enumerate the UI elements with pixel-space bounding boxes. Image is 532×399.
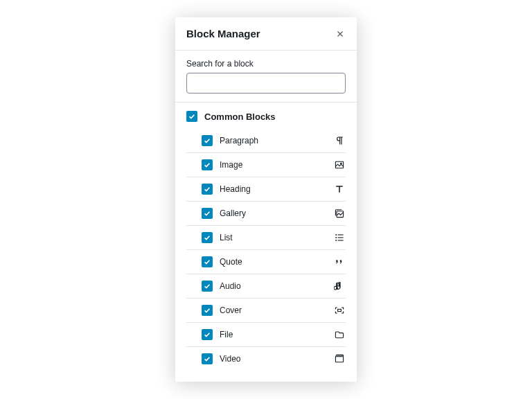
check-icon [203,282,211,290]
block-row: Quote [186,250,346,274]
search-label: Search for a block [186,59,346,69]
block-row: Gallery [186,202,346,226]
check-icon [203,306,211,314]
block-row: File [186,323,346,347]
check-icon [203,355,211,363]
check-icon [203,233,211,242]
block-checkbox[interactable] [202,208,213,219]
search-section: Search for a block [175,51,357,103]
modal-title: Block Manager [186,28,260,39]
block-label: Heading [220,184,326,194]
category-label: Common Blocks [204,112,276,122]
block-list: ParagraphImageHeadingGalleryListQuoteAud… [175,129,357,382]
modal-header: Block Manager [175,17,357,51]
block-checkbox[interactable] [202,353,213,364]
search-input[interactable] [186,73,346,94]
category-header: Common Blocks [175,103,357,129]
video-icon [333,353,346,365]
check-icon [203,161,211,169]
block-row: Cover [186,299,346,323]
audio-icon [333,280,346,292]
svg-rect-12 [335,357,343,362]
heading-icon [333,183,346,195]
gallery-icon [333,207,346,220]
block-row: Paragraph [186,129,346,153]
block-checkbox[interactable] [202,135,213,146]
close-button[interactable] [335,28,346,39]
svg-point-1 [341,163,342,164]
block-label: Paragraph [220,136,326,145]
block-checkbox[interactable] [202,281,213,292]
block-row: Heading [186,177,346,202]
block-checkbox[interactable] [202,184,213,195]
block-row: List [186,226,346,250]
block-label: Audio [220,281,326,291]
file-icon [333,328,346,341]
block-row: Image [186,153,346,177]
check-icon [203,330,211,339]
svg-point-7 [335,240,337,241]
block-label: Quote [220,257,326,267]
block-label: Video [220,354,326,364]
svg-rect-11 [338,309,342,311]
block-checkbox[interactable] [202,256,213,267]
svg-point-3 [335,234,337,236]
svg-rect-6 [338,237,344,238]
block-checkbox[interactable] [202,329,213,340]
block-label: List [220,233,326,242]
check-icon [203,185,211,193]
check-icon [203,209,211,218]
check-icon [203,258,211,266]
block-row: Audio [186,274,346,299]
quote-icon [333,256,346,268]
image-icon [333,159,346,171]
paragraph-icon [333,134,346,147]
block-checkbox[interactable] [202,305,213,316]
block-label: Gallery [220,209,326,218]
cover-icon [333,304,346,317]
block-manager-modal: Block Manager Search for a block Common … [175,17,357,382]
svg-rect-8 [338,240,344,240]
category-checkbox[interactable] [186,111,197,122]
block-checkbox[interactable] [202,232,213,243]
svg-point-9 [336,287,338,290]
close-icon [335,29,345,39]
list-icon [333,231,346,244]
check-icon [188,112,196,121]
svg-point-5 [335,237,337,238]
block-label: Image [220,160,326,170]
check-icon [203,136,211,145]
svg-point-10 [339,283,340,283]
block-label: Cover [220,305,326,315]
svg-rect-4 [338,234,344,235]
block-row: Video [186,347,346,371]
block-checkbox[interactable] [202,159,213,170]
block-label: File [220,330,326,339]
